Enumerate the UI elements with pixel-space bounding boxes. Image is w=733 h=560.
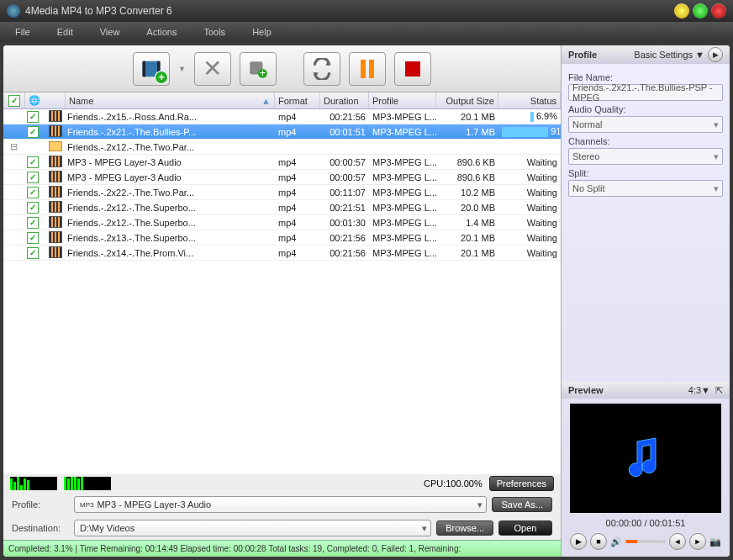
- menu-actions[interactable]: Actions: [138, 27, 195, 37]
- maximize-button[interactable]: [693, 3, 708, 18]
- main-panel: ▼ ✕ + ✓ 🌐 Name ▲ Format Duration Profile…: [3, 45, 562, 557]
- row-checkbox[interactable]: ✓: [27, 202, 39, 214]
- row-size: 20.1 MB: [436, 112, 498, 122]
- expand-profile-button[interactable]: ▶: [708, 47, 723, 62]
- preview-header: Preview 4:3▼ ⇱: [562, 382, 730, 399]
- profile-fields: File Name: Friends.-.2x21.-.The.Bullies-…: [562, 64, 730, 202]
- row-checkbox[interactable]: ✓: [27, 232, 39, 244]
- audio-quality-field[interactable]: Normal: [568, 116, 723, 133]
- table-row[interactable]: ✓Friends.-.2x12.-.The.Superbo...mp400:21…: [3, 200, 561, 215]
- open-button[interactable]: Open: [498, 520, 552, 536]
- row-profile: MP3-MPEG L...: [369, 172, 436, 182]
- delete-button[interactable]: ✕: [194, 52, 231, 86]
- next-frame-button[interactable]: ►: [689, 533, 706, 550]
- aspect-dropdown[interactable]: 4:3▼: [688, 385, 710, 395]
- channels-label: Channels:: [568, 136, 723, 146]
- row-checkbox[interactable]: ✓: [27, 247, 39, 259]
- row-checkbox[interactable]: ✓: [27, 187, 39, 198]
- destination-label: Destination:: [12, 523, 69, 533]
- browse-button[interactable]: Browse...: [436, 520, 493, 536]
- add-file-button[interactable]: [133, 52, 170, 86]
- volume-slider[interactable]: [625, 540, 666, 543]
- volume-icon[interactable]: 🔊: [610, 536, 622, 547]
- col-duration[interactable]: Duration: [320, 92, 369, 108]
- row-format: mp4: [275, 112, 320, 122]
- table-row[interactable]: ✓Friends.-.2x21.-.The.Bullies-P...mp400:…: [3, 124, 561, 140]
- table-row[interactable]: ✓Friends.-.2x15.-.Ross.And.Ra...mp400:21…: [3, 109, 561, 124]
- menu-help[interactable]: Help: [244, 27, 290, 37]
- row-profile: MP3-MPEG L...: [369, 127, 436, 137]
- table-row[interactable]: ✓Friends.-.2x22.-.The.Two.Par...mp400:11…: [3, 185, 561, 200]
- audio-quality-label: Audio Quality:: [568, 104, 723, 114]
- col-profile[interactable]: Profile: [369, 92, 436, 108]
- table-row[interactable]: ✓MP3 - MPEG Layer-3 Audiomp400:00:57MP3-…: [3, 155, 561, 170]
- table-row[interactable]: ⊟Friends.-.2x12.-.The.Two.Par...: [3, 140, 561, 155]
- file-name-field[interactable]: Friends.-.2x21.-.The.Bullies-PSP - MPEG: [568, 84, 723, 101]
- channels-field[interactable]: Stereo: [568, 148, 723, 165]
- preview-controls: ▶ ■ 🔊 ◄ ► 📷: [562, 531, 730, 557]
- save-as-button[interactable]: Save As...: [492, 497, 552, 512]
- minimize-button[interactable]: [674, 3, 689, 18]
- film-icon: [49, 246, 62, 258]
- row-format: mp4: [275, 188, 320, 198]
- split-label: Split:: [568, 168, 723, 178]
- row-status: 6.9%: [498, 111, 561, 122]
- menu-edit[interactable]: Edit: [49, 27, 92, 37]
- destination-combo[interactable]: D:\My Videos: [74, 520, 431, 536]
- profile-label: Profile:: [12, 499, 69, 510]
- row-duration: 00:11:07: [320, 188, 369, 198]
- row-status: 91.9%: [498, 126, 561, 137]
- film-icon: [49, 201, 62, 213]
- row-status: Waiting: [498, 203, 561, 213]
- col-icon[interactable]: 🌐: [25, 92, 66, 108]
- table-row[interactable]: ✓Friends.-.2x13.-.The.Superbo...mp400:21…: [3, 230, 561, 246]
- tree-toggle[interactable]: ⊟: [3, 141, 24, 152]
- row-checkbox[interactable]: ✓: [27, 172, 39, 183]
- row-duration: 00:21:56: [320, 112, 369, 122]
- prev-frame-button[interactable]: ◄: [669, 533, 686, 550]
- row-name: Friends.-.2x12.-.The.Superbo...: [64, 203, 275, 213]
- split-field[interactable]: No Split: [568, 180, 723, 197]
- row-name: Friends.-.2x12.-.The.Superbo...: [64, 218, 275, 228]
- table-row[interactable]: ✓Friends.-.2x12.-.The.Superbo...mp400:01…: [3, 215, 561, 230]
- col-status[interactable]: Status: [498, 92, 561, 108]
- row-checkbox[interactable]: ✓: [27, 156, 39, 168]
- table-row[interactable]: ✓MP3 - MPEG Layer-3 Audiomp400:00:57MP3-…: [3, 170, 561, 185]
- row-profile: MP3-MPEG L...: [369, 218, 436, 228]
- add-profile-button[interactable]: +: [240, 52, 277, 86]
- menu-file[interactable]: File: [7, 27, 49, 37]
- play-button[interactable]: ▶: [570, 533, 587, 550]
- row-duration: 00:21:56: [320, 233, 369, 243]
- menu-tools[interactable]: Tools: [195, 27, 244, 37]
- cpu-graph-1: [10, 477, 57, 490]
- convert-button[interactable]: [303, 52, 340, 86]
- row-name: Friends.-.2x21.-.The.Bullies-P...: [64, 127, 275, 137]
- col-name[interactable]: Name ▲: [66, 92, 275, 108]
- close-button[interactable]: [711, 3, 726, 18]
- row-checkbox[interactable]: ✓: [27, 111, 39, 123]
- row-checkbox[interactable]: ✓: [27, 126, 39, 138]
- col-output-size[interactable]: Output Size: [436, 92, 498, 108]
- snapshot-icon[interactable]: 📷: [709, 536, 721, 547]
- stop-button[interactable]: [394, 52, 431, 86]
- content-area: ▼ ✕ + ✓ 🌐 Name ▲ Format Duration Profile…: [3, 45, 730, 557]
- table-row[interactable]: ✓Friends.-.2x14.-.The.Prom.Vi...mp400:21…: [3, 246, 561, 261]
- pause-button[interactable]: [349, 52, 386, 86]
- svg-rect-2: [157, 61, 161, 77]
- row-size: 1.7 MB: [436, 127, 498, 137]
- profile-combo[interactable]: MP3MP3 - MPEG Layer-3 Audio: [74, 496, 487, 513]
- row-status: Waiting: [498, 157, 561, 167]
- popout-icon[interactable]: ⇱: [715, 385, 723, 396]
- row-checkbox[interactable]: ✓: [27, 217, 39, 229]
- film-icon: [49, 231, 62, 243]
- stop-preview-button[interactable]: ■: [590, 533, 607, 550]
- menu-view[interactable]: View: [92, 27, 139, 37]
- row-profile: MP3-MPEG L...: [369, 157, 436, 167]
- row-status: Waiting: [498, 248, 561, 258]
- col-format[interactable]: Format: [275, 92, 320, 108]
- basic-settings-dropdown[interactable]: Basic Settings ▼: [634, 50, 704, 60]
- select-all-checkbox[interactable]: ✓: [8, 95, 20, 107]
- preview-panel: Preview 4:3▼ ⇱ 00:00:00 / 00:01:51 ▶ ■ 🔊…: [562, 382, 730, 557]
- row-format: mp4: [275, 127, 320, 137]
- preferences-button[interactable]: Preferences: [489, 476, 554, 491]
